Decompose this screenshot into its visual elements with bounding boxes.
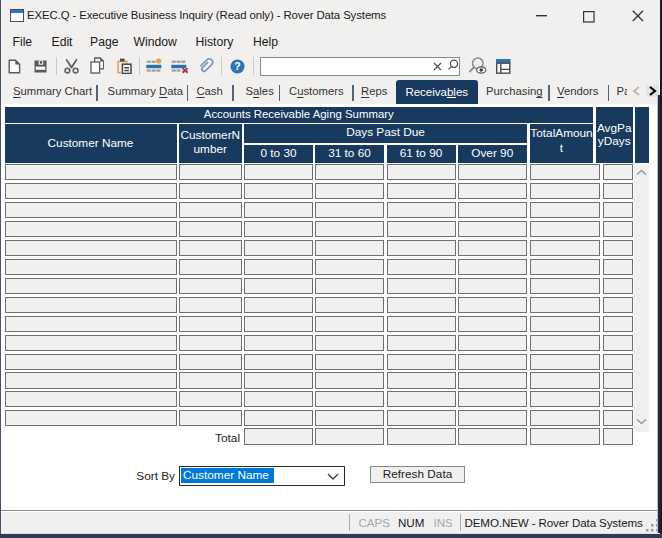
svg-text:?: ? xyxy=(234,60,240,72)
